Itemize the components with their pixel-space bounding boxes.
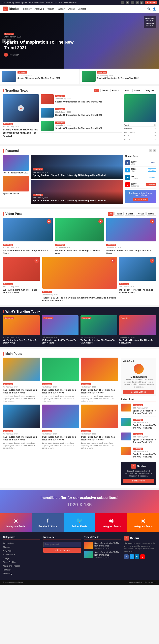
twitter-icon-top[interactable]: t	[126, 1, 129, 4]
trending-item-3[interactable]: Technology 14th February 2020 Sparks Of …	[41, 121, 122, 132]
trend-today-3[interactable]: Technology 18th February 2020 We Pack In…	[81, 315, 117, 344]
video-tab-fashion[interactable]: Fashion	[125, 212, 135, 216]
tab-categories[interactable]: Categories	[143, 88, 156, 92]
post-card-3[interactable]: Technology 4th February 2020 Pack In Her…	[81, 358, 118, 402]
tab-travel[interactable]: Travel	[100, 88, 109, 92]
featured-next-button[interactable]: ›	[153, 149, 156, 152]
video-item-6[interactable]: ▶ Technology 18th February 2020 We Pack …	[119, 257, 156, 302]
footer-recent-2[interactable]: Sparks Of Inspiration To The New Trend 2…	[84, 551, 121, 558]
purchase-button[interactable]: Purchase Now	[123, 479, 154, 483]
play-icon-5[interactable]: ▶	[111, 258, 115, 263]
play-icon-3[interactable]: ▶	[150, 219, 154, 224]
nav-contact[interactable]: Contact	[77, 8, 86, 10]
footer-cat-2[interactable]: Altenars	[3, 546, 10, 548]
post-card-2[interactable]: Technology 4th February 2020 Pack In Her…	[42, 358, 79, 402]
footer-cat-7[interactable]: Movie and Phrases	[3, 565, 20, 567]
play-button[interactable]: ▶	[18, 105, 24, 111]
nav-home[interactable]: Home ▾	[23, 8, 31, 10]
tab-fashion[interactable]: Fashion	[110, 88, 121, 92]
latest-item-1[interactable]: Technology 24th February 2020 Sparks Of …	[121, 404, 156, 416]
tab-all[interactable]: All	[94, 88, 99, 92]
mini-card-2[interactable]: Technology 24th February 2020 Sparks Of …	[80, 69, 159, 84]
nav-author[interactable]: Author	[47, 8, 54, 10]
featured-main-title-1: Spring Fashion Show At The University Of…	[33, 174, 121, 176]
footer-cat-6[interactable]: Street Fashion	[3, 561, 16, 563]
latest-item-4[interactable]: Technology 24th February 2020 Sparks Of …	[121, 447, 156, 460]
nav-prev-icon[interactable]: ‹	[2, 2, 3, 4]
pinterest-strip[interactable]: ◉ Instagram Feeds	[95, 514, 127, 532]
footer-privacy-link[interactable]: Privacy & Policy	[129, 581, 142, 583]
pinterest-icon-top[interactable]: p	[135, 1, 139, 4]
featured-prev-button[interactable]: ‹	[149, 149, 152, 152]
video-item-5-wide[interactable]: ▶ Technology 18th February 2020 Talisker…	[42, 257, 117, 302]
video-item-3[interactable]: ▶ Technology 18th February 2020 We Pack …	[106, 218, 156, 255]
video-item-4[interactable]: ▶ Technology 18th February 2020 We Pack …	[3, 257, 40, 302]
featured-main-2[interactable]: Technology 24th February 2020 Spring Fas…	[31, 180, 123, 204]
video-tab-health[interactable]: Health	[136, 212, 145, 216]
search-icon-header[interactable]: 🔍	[147, 7, 151, 10]
footer-cat-3[interactable]: New York	[3, 550, 11, 552]
trend-today-1[interactable]: Technology 18th February 2020 We Pack In…	[3, 315, 40, 344]
featured-small-2[interactable]: Sparks Of Inspio...	[3, 176, 29, 195]
video-tab-travel[interactable]: Travel	[114, 212, 123, 216]
footer-recent-1[interactable]: Sparks Of Inspiration To The New Trend 2…	[84, 542, 121, 550]
video-post-section: Video Post All Travel Fashion Health Nat…	[0, 209, 159, 305]
latest-item-3[interactable]: Technology 24th February 2020 Sparks Of …	[121, 432, 156, 446]
twitter-strip[interactable]: 🐦 Twitter Feeds	[64, 514, 95, 532]
featured-small-1[interactable]: ion To The New Trend 2021	[3, 155, 29, 174]
nav-next-icon[interactable]: ›	[4, 2, 5, 4]
facebook-icon-top[interactable]: f	[121, 1, 124, 4]
trending-item-2[interactable]: Technology 18th February 2020 Sparks Of …	[41, 108, 122, 119]
linkedin-follow-button[interactable]: Follow	[148, 176, 156, 179]
post-card-1[interactable]: Technology 4th February 2020 Pack In Her…	[3, 358, 40, 402]
nav-about[interactable]: About	[68, 8, 74, 10]
newsletter-subscribe-button[interactable]: ↗ Subscribe Now	[43, 548, 81, 552]
footer-cat-8[interactable]: Fastback	[3, 569, 11, 571]
play-icon-2[interactable]: ▶	[98, 219, 103, 224]
trend-today-4[interactable]: Technology 18th February 2020 We Pack In…	[119, 315, 156, 344]
video-tab-nature[interactable]: Nature	[146, 212, 156, 216]
play-icon-6[interactable]: ▶	[150, 258, 154, 263]
user-icon-header[interactable]: 👤	[153, 7, 156, 10]
facebook-like-button[interactable]: Like	[150, 161, 156, 164]
footer-youtube-icon[interactable]: y	[140, 554, 145, 559]
footer-cat-1[interactable]: Architecture	[3, 542, 14, 544]
footer-linkedin-icon[interactable]: in	[135, 554, 139, 559]
logo[interactable]: B Binduz	[3, 6, 19, 11]
nav-archived[interactable]: Archived	[35, 8, 44, 10]
mini-card-1[interactable]: Technology 24th February 2020 Sparks Of …	[0, 69, 80, 84]
video-item-1[interactable]: ▶ Technology 18th February 2020 We Pack …	[3, 218, 53, 255]
video-tab-all[interactable]: All	[108, 212, 114, 216]
post-card-5[interactable]: Technology 4th February 2020 Pack In Her…	[42, 404, 79, 449]
post-card-4[interactable]: Technology 4th February 2020 Pack In Her…	[3, 404, 40, 449]
play-icon-1[interactable]: ▶	[47, 219, 51, 224]
facebook-strip[interactable]: f Facebook Share	[32, 514, 64, 532]
post-card-6[interactable]: Technology 4th February 2020 Pack In Her…	[81, 404, 118, 449]
footer-cat-9[interactable]: Swimming	[3, 572, 12, 574]
trending-item-1[interactable]: Technology 18th February 2020 Sparks Of …	[41, 94, 122, 106]
tab-nature[interactable]: Nature	[132, 88, 142, 92]
latest-item-2[interactable]: Technology 24th February 2020 Sparks Of …	[121, 418, 156, 431]
footer-facebook-icon[interactable]: f	[124, 554, 129, 559]
trending-main-item[interactable]: ▶ Technology 18th February 2020 Spring F…	[3, 94, 39, 141]
footer-cat-5[interactable]: Gadgets	[3, 558, 11, 560]
social-ad-button[interactable]: Purchase Now	[133, 198, 148, 201]
footer-cat-4[interactable]: Town Fashion	[3, 554, 15, 556]
connect-button[interactable]: Connect With Me	[123, 390, 154, 394]
rss-strip[interactable]: ◉ Instagram Feeds	[127, 514, 159, 532]
trend-today-2[interactable]: Technology 18th February 2020 We Pack In…	[42, 315, 78, 344]
subscribe-button-top[interactable]: Subscribe	[145, 1, 157, 4]
instagram-strip-1[interactable]: ◉ Instagram Feeds	[0, 514, 32, 532]
featured-main-1[interactable]: Technology 24th February 2020 Spring Fas…	[31, 155, 123, 178]
youtube-icon-top[interactable]: y	[140, 1, 143, 4]
tab-health[interactable]: Health	[122, 88, 131, 92]
footer-twitter-icon[interactable]: t	[130, 554, 134, 559]
footer-claim-link[interactable]: Claim & Report	[144, 581, 156, 583]
newsletter-email-input[interactable]	[43, 542, 81, 547]
twitter-follow-button[interactable]: Follow	[148, 168, 156, 172]
nav-pages[interactable]: Pages ▾	[57, 8, 65, 10]
video-item-2[interactable]: ▶ Technology 18th February 2020 We Pack …	[55, 218, 104, 255]
linkedin-icon-top[interactable]: in	[131, 1, 134, 4]
play-icon-4[interactable]: ▶	[34, 258, 39, 263]
youtube-subscribe-button[interactable]: Subscribe	[146, 183, 156, 186]
